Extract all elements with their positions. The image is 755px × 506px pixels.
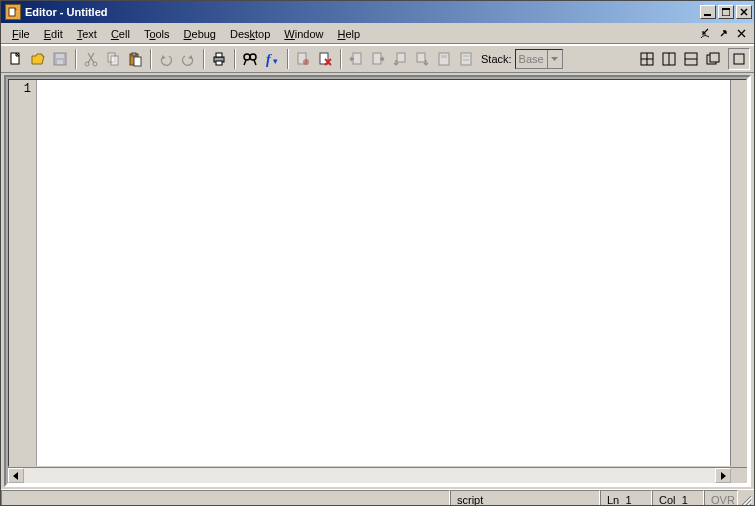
menu-tools[interactable]: Tools bbox=[137, 26, 177, 42]
set-breakpoint-icon[interactable] bbox=[292, 48, 314, 70]
svg-rect-27 bbox=[397, 53, 405, 62]
svg-point-9 bbox=[93, 62, 97, 66]
redo-icon[interactable] bbox=[177, 48, 199, 70]
svg-text:▾: ▾ bbox=[273, 56, 278, 66]
dropdown-arrow-icon bbox=[547, 50, 562, 68]
resize-grip-icon[interactable] bbox=[738, 490, 754, 506]
editor-area: 1 bbox=[4, 75, 751, 487]
maximize-button[interactable] bbox=[718, 5, 734, 19]
svg-point-8 bbox=[85, 62, 89, 66]
scroll-corner bbox=[731, 468, 747, 483]
run-right-icon[interactable] bbox=[367, 48, 389, 70]
vertical-scrollbar[interactable] bbox=[730, 80, 746, 466]
run-cell-icon[interactable] bbox=[433, 48, 455, 70]
svg-text:f: f bbox=[266, 52, 272, 67]
run-downright-icon[interactable] bbox=[411, 48, 433, 70]
menu-debug[interactable]: Debug bbox=[177, 26, 223, 42]
svg-rect-3 bbox=[722, 8, 730, 10]
svg-rect-6 bbox=[56, 54, 64, 58]
svg-rect-17 bbox=[216, 61, 222, 65]
line-number-gutter: 1 bbox=[9, 80, 37, 466]
scroll-track[interactable] bbox=[24, 468, 715, 483]
svg-rect-29 bbox=[439, 53, 449, 65]
undo-icon[interactable] bbox=[155, 48, 177, 70]
menu-edit[interactable]: Edit bbox=[37, 26, 70, 42]
stack-select[interactable]: Base bbox=[515, 49, 563, 69]
new-file-icon[interactable] bbox=[5, 48, 27, 70]
status-empty bbox=[1, 490, 450, 506]
window-title: Editor - Untitled bbox=[25, 6, 108, 18]
svg-rect-16 bbox=[216, 53, 222, 57]
cut-icon[interactable] bbox=[80, 48, 102, 70]
maximize-pane-icon[interactable] bbox=[728, 48, 750, 70]
svg-rect-11 bbox=[111, 56, 118, 65]
horizontal-scrollbar[interactable] bbox=[8, 467, 747, 483]
tile-top-bottom-icon[interactable] bbox=[680, 48, 702, 70]
svg-rect-28 bbox=[417, 53, 425, 62]
svg-rect-14 bbox=[134, 57, 141, 66]
scroll-left-icon[interactable] bbox=[8, 468, 24, 483]
tile-grid-icon[interactable] bbox=[636, 48, 658, 70]
open-file-icon[interactable] bbox=[27, 48, 49, 70]
clear-breakpoint-icon[interactable] bbox=[314, 48, 336, 70]
menu-cell[interactable]: Cell bbox=[104, 26, 137, 42]
paste-icon[interactable] bbox=[124, 48, 146, 70]
stack-label: Stack: bbox=[481, 53, 512, 65]
svg-rect-7 bbox=[57, 60, 63, 64]
menubar-close-icon[interactable] bbox=[734, 27, 748, 41]
menu-file[interactable]: File bbox=[5, 26, 37, 42]
status-mode: script bbox=[450, 490, 600, 506]
copy-icon[interactable] bbox=[102, 48, 124, 70]
text-editor[interactable] bbox=[37, 80, 730, 466]
title-bar: Editor - Untitled bbox=[1, 1, 754, 23]
status-ovr: OVR bbox=[704, 490, 738, 506]
save-file-icon[interactable] bbox=[49, 48, 71, 70]
svg-point-18 bbox=[244, 54, 250, 60]
svg-rect-0 bbox=[9, 8, 15, 16]
svg-rect-1 bbox=[704, 14, 711, 16]
app-icon bbox=[5, 4, 21, 20]
svg-rect-26 bbox=[373, 53, 381, 64]
minimize-button[interactable] bbox=[700, 5, 716, 19]
dock-undock-icon[interactable] bbox=[698, 27, 712, 41]
svg-rect-30 bbox=[441, 55, 447, 58]
menu-text[interactable]: Text bbox=[70, 26, 104, 42]
stack-value: Base bbox=[519, 53, 544, 65]
status-bar: script Ln 1 Col 1 OVR bbox=[1, 489, 754, 506]
run-down-icon[interactable] bbox=[389, 48, 411, 70]
find-icon[interactable] bbox=[239, 48, 261, 70]
svg-rect-25 bbox=[353, 53, 361, 64]
svg-rect-39 bbox=[734, 54, 744, 64]
external-window-icon[interactable] bbox=[716, 27, 730, 41]
svg-rect-38 bbox=[710, 53, 719, 62]
status-line: Ln 1 bbox=[600, 490, 652, 506]
function-hint-icon[interactable]: f▾ bbox=[261, 48, 283, 70]
menu-help[interactable]: Help bbox=[331, 26, 368, 42]
svg-rect-33 bbox=[463, 59, 469, 61]
run-left-icon[interactable] bbox=[345, 48, 367, 70]
menu-bar: File Edit Text Cell Tools Debug Desktop … bbox=[1, 23, 754, 45]
scroll-right-icon[interactable] bbox=[715, 468, 731, 483]
svg-rect-13 bbox=[132, 53, 136, 56]
menu-window[interactable]: Window bbox=[277, 26, 330, 42]
tile-left-right-icon[interactable] bbox=[658, 48, 680, 70]
toolbar: f▾ Stack: Base bbox=[1, 45, 754, 73]
svg-point-23 bbox=[303, 59, 309, 65]
menu-desktop[interactable]: Desktop bbox=[223, 26, 277, 42]
print-icon[interactable] bbox=[208, 48, 230, 70]
float-window-icon[interactable] bbox=[702, 48, 724, 70]
svg-rect-32 bbox=[463, 55, 469, 57]
run-cells-icon[interactable] bbox=[455, 48, 477, 70]
status-col: Col 1 bbox=[652, 490, 704, 506]
svg-point-19 bbox=[250, 54, 256, 60]
close-button[interactable] bbox=[736, 5, 752, 19]
